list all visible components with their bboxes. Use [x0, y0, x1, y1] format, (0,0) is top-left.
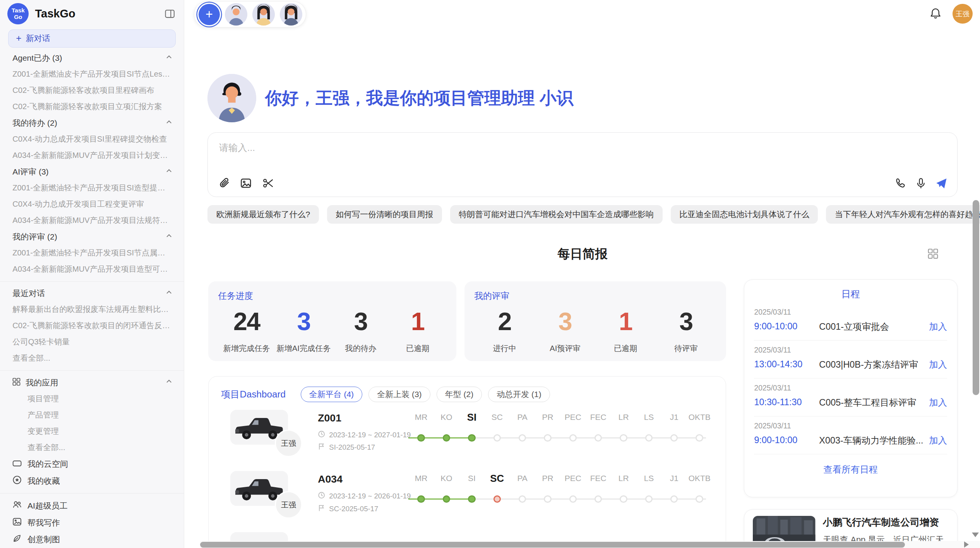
dashboard-tabs: 全新平台 (4)全新上装 (3)年型 (2)动总开发 (1) [301, 387, 550, 402]
sidebar-list: Agent已办 (3)Z001-全新燃油皮卡产品开发项目SI节点Lesson L… [0, 50, 184, 548]
join-link[interactable]: 加入 [929, 358, 947, 371]
sidebar-app-item[interactable]: 查看全部... [0, 440, 184, 456]
sidebar-task-item[interactable]: C02-飞腾新能源轻客改款项目里程碑画布 [0, 82, 184, 99]
sidebar-tool-feather[interactable]: 创意制图 [0, 531, 184, 548]
layout-grid-icon[interactable] [926, 247, 940, 261]
sidebar-item-star[interactable]: 我的收藏 [0, 473, 184, 490]
divider [0, 281, 184, 282]
milestone-node[interactable] [417, 434, 425, 442]
microphone-icon[interactable] [914, 176, 928, 190]
milestone-node[interactable] [620, 434, 627, 442]
member-pill: + [194, 1, 307, 27]
join-link[interactable]: 加入 [929, 434, 947, 447]
milestone-node[interactable] [670, 434, 678, 442]
suggestion-chip[interactable]: 欧洲新规最近颁布了什么? [207, 205, 319, 224]
milestone-node[interactable] [569, 495, 577, 503]
milestone-node[interactable] [468, 434, 475, 442]
chevron-up-icon [165, 118, 173, 128]
member-avatar-2[interactable] [252, 3, 275, 26]
flag-icon [318, 443, 325, 452]
milestone-node[interactable] [595, 495, 602, 503]
sidebar-tool-write[interactable]: 帮我写作 [0, 514, 184, 531]
view-all-schedule-link[interactable]: 查看所有日程 [754, 454, 947, 484]
join-link[interactable]: 加入 [929, 396, 947, 409]
milestone-node[interactable] [696, 434, 703, 442]
sidebar-section-my-apps[interactable]: 我的应用 [0, 375, 184, 391]
sidebar-section-header[interactable]: Agent已办 (3) [0, 50, 184, 66]
milestone-node[interactable] [620, 495, 627, 503]
project-owner-badge[interactable]: 王强 [275, 430, 302, 457]
scroll-right-arrow[interactable] [964, 541, 969, 548]
sidebar-section-header[interactable]: 我的待办 (2) [0, 115, 184, 131]
milestone-node[interactable] [569, 434, 577, 442]
sidebar-task-item[interactable]: A034-全新新能源MUV产品开发项目法规符合性评审 [0, 212, 184, 229]
milestone-node[interactable] [493, 434, 501, 442]
sidebar-tool-users[interactable]: AI超级员工 [0, 497, 184, 514]
milestone-node[interactable] [468, 495, 475, 503]
dashboard-tab[interactable]: 动总开发 (1) [488, 387, 550, 402]
dashboard-tab[interactable]: 全新上装 (3) [368, 387, 430, 402]
sidebar-section-header[interactable]: 最近对话 [0, 285, 184, 301]
sidebar-collapse-icon[interactable] [163, 7, 176, 21]
attachment-icon[interactable] [217, 176, 231, 190]
milestone-node[interactable] [645, 434, 653, 442]
sidebar-task-item[interactable]: A034-全新新能源MUV产品开发项目计划变更表编写 [0, 147, 184, 164]
project-owner-badge[interactable]: 王强 [275, 491, 302, 519]
member-avatar-1[interactable] [225, 3, 247, 26]
section-label: 我的待办 (2) [12, 118, 57, 128]
milestone-node[interactable] [519, 495, 526, 503]
schedule-title-text: C005-整车工程目标评审 [819, 396, 924, 409]
sidebar-recent-chat-item[interactable]: 解释最新出台的欧盟报废车法规再生塑料比例被调至15%... [0, 301, 184, 318]
new-chat-button[interactable]: + 新对话 [8, 29, 176, 48]
milestone-node[interactable] [595, 434, 602, 442]
milestone-node[interactable] [443, 434, 450, 442]
dashboard-tab[interactable]: 年型 (2) [437, 387, 482, 402]
suggestion-chip[interactable]: 如何写一份清晰的项目周报 [327, 205, 442, 224]
sidebar-task-item[interactable]: Z001-全新燃油皮卡产品开发项目SI节点Lesson Learn报告 [0, 66, 184, 82]
sidebar-task-item[interactable]: Z001-全新燃油轻卡产品开发项目SI造型提交物评审 [0, 180, 184, 196]
notification-bell-icon[interactable] [929, 7, 943, 21]
milestone-node[interactable] [544, 495, 551, 503]
scissors-icon[interactable] [261, 176, 275, 190]
dashboard-tab[interactable]: 全新平台 (4) [301, 387, 362, 402]
phone-call-icon[interactable] [893, 176, 907, 190]
user-avatar[interactable]: 王强 [953, 4, 973, 24]
milestone-node[interactable] [696, 495, 703, 503]
send-icon[interactable] [935, 176, 949, 190]
sidebar-section-header[interactable]: AI评审 (3) [0, 164, 184, 180]
sidebar-task-item[interactable]: C02-飞腾新能源轻客改款项目立项汇报方案 [0, 99, 184, 115]
milestone-node[interactable] [443, 495, 450, 503]
chat-input[interactable] [218, 142, 947, 154]
scroll-down-arrow[interactable] [972, 533, 979, 537]
milestone-node[interactable] [519, 434, 526, 442]
sidebar-task-item[interactable]: A034-全新新能源MUV产品开发项目造型可行性评审 [0, 261, 184, 277]
section-title: 我的应用 [12, 377, 58, 388]
milestone-node[interactable] [544, 434, 551, 442]
milestone-node[interactable] [417, 495, 425, 503]
sidebar-recent-chat-item[interactable]: 公司Q3轻卡销量 [0, 334, 184, 350]
sidebar-task-item[interactable]: C0X4-动力总成开发项目SI里程碑提交物检查 [0, 131, 184, 147]
suggestion-chip[interactable]: 当下年轻人对汽车外观有怎样的喜好趋势 [826, 205, 980, 224]
milestone-node[interactable] [670, 495, 678, 503]
sidebar-recent-chat-item[interactable]: 查看全部... [0, 350, 184, 366]
sidebar-task-item[interactable]: Z001-全新燃油轻卡产品开发项目SI节点属性5D文件评审 [0, 245, 184, 261]
milestone-node[interactable] [645, 495, 653, 503]
vertical-scrollbar-thumb[interactable] [973, 200, 980, 395]
sidebar-app-item[interactable]: 产品管理 [0, 407, 184, 423]
horizontal-scrollbar-thumb[interactable] [200, 542, 905, 548]
suggestion-chip[interactable]: 比亚迪全固态电池计划具体说了什么 [671, 205, 818, 224]
suggestion-chip[interactable]: 特朗普可能对进口汽车增税会对中国车企造成哪些影响 [450, 205, 663, 224]
join-link[interactable]: 加入 [929, 320, 947, 333]
sidebar-app-item[interactable]: 项目管理 [0, 391, 184, 407]
add-member-button[interactable]: + [199, 4, 220, 25]
sidebar-item-cloud[interactable]: 我的云空间 [0, 456, 184, 473]
image-upload-icon[interactable] [239, 176, 253, 190]
schedule-item: 2025/03/1113:00-14:30C003|H0B-方案冻结评审加入 [754, 341, 947, 378]
sidebar-app-item[interactable]: 变更管理 [0, 423, 184, 440]
stat-item: 3AI预评审 [535, 308, 595, 353]
sidebar-recent-chat-item[interactable]: C02-飞腾新能源轻客改款项目的闭环通告反馈情况 [0, 318, 184, 334]
milestone-node[interactable] [493, 495, 501, 503]
sidebar-task-item[interactable]: C0X4-动力总成开发项目工程变更评审 [0, 196, 184, 212]
member-avatar-3[interactable] [280, 3, 302, 26]
sidebar-section-header[interactable]: 我的评审 (2) [0, 229, 184, 245]
